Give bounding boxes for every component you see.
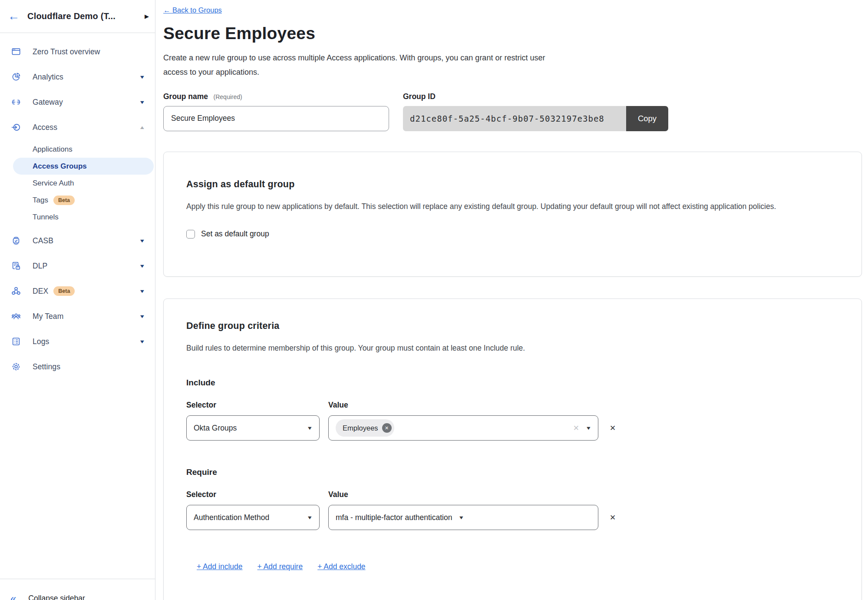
include-value-multiselect[interactable]: Employees ✕ ✕ ▼ xyxy=(328,415,598,441)
sidebar-item-analytics[interactable]: Analytics ▼ xyxy=(0,64,155,90)
sidebar-item-label: Tunnels xyxy=(33,213,59,222)
require-value-select[interactable]: mfa - multiple-factor authentication ▼ xyxy=(328,505,598,530)
group-form-row: Group name (Required) Group ID d21ce80f-… xyxy=(163,92,862,131)
pie-chart-icon xyxy=(11,72,21,82)
remove-require-rule-icon[interactable]: ✕ xyxy=(610,513,616,522)
default-group-checkbox-row[interactable]: Set as default group xyxy=(186,229,837,239)
clear-value-icon[interactable]: ✕ xyxy=(573,424,579,433)
group-id-value: d21ce80f-5a25-4bcf-9b07-5032197e3be8 xyxy=(403,106,626,131)
require-value-label: Value xyxy=(328,490,348,499)
browser-window-icon xyxy=(11,46,21,57)
sidebar-item-access[interactable]: Access ▲ xyxy=(0,115,155,140)
beta-badge: Beta xyxy=(53,196,75,205)
network-cluster-icon xyxy=(11,286,21,296)
include-value-label: Value xyxy=(328,401,348,410)
chevron-down-icon: ▼ xyxy=(459,515,465,520)
gateway-icon xyxy=(11,97,21,107)
chevron-down-icon[interactable]: ▼ xyxy=(139,314,145,319)
sidebar-item-applications[interactable]: Applications xyxy=(0,141,155,158)
include-selector-select[interactable]: Okta Groups ▼ xyxy=(186,415,320,441)
chevron-down-icon[interactable]: ▼ xyxy=(139,288,145,294)
remove-include-rule-icon[interactable]: ✕ xyxy=(610,424,616,433)
include-selector-label: Selector xyxy=(186,401,328,410)
include-heading: Include xyxy=(186,378,837,388)
group-name-label: Group name xyxy=(163,92,208,101)
tag-remove-icon[interactable]: ✕ xyxy=(382,423,392,433)
sidebar-item-dex[interactable]: DEX Beta ▼ xyxy=(0,278,155,304)
chevron-down-icon[interactable]: ▼ xyxy=(139,99,145,105)
sidebar-nav: Zero Trust overview Analytics ▼ Gateway xyxy=(0,33,155,379)
access-sub-list: Applications Access Groups Service Auth … xyxy=(0,140,155,228)
sidebar-item-label: Service Auth xyxy=(33,179,74,188)
beta-badge: Beta xyxy=(53,286,75,296)
sidebar-item-tags[interactable]: Tags Beta xyxy=(0,192,155,209)
group-name-block: Group name (Required) xyxy=(163,92,389,131)
require-heading: Require xyxy=(186,467,837,477)
chevron-down-icon[interactable]: ▼ xyxy=(139,74,145,80)
default-group-card-description: Apply this rule group to new application… xyxy=(186,200,807,213)
default-group-checkbox[interactable] xyxy=(186,230,195,239)
log-list-icon xyxy=(11,336,21,347)
add-require-link[interactable]: + Add require xyxy=(257,562,303,571)
sidebar-item-dlp[interactable]: DLP ▼ xyxy=(0,253,155,278)
criteria-card: Define group criteria Build rules to det… xyxy=(163,298,862,600)
group-name-input[interactable] xyxy=(163,106,389,131)
sidebar-item-label: Gateway xyxy=(33,98,63,107)
value-tag-label: Employees xyxy=(343,424,378,432)
criteria-card-title: Define group criteria xyxy=(186,321,837,331)
collapse-label: Collapse sidebar xyxy=(28,594,85,600)
main-content: ← Back to Groups Secure Employees Create… xyxy=(155,0,868,600)
chevron-down-icon[interactable]: ▼ xyxy=(139,238,145,243)
people-icon xyxy=(11,311,21,322)
chevron-down-icon[interactable]: ▼ xyxy=(139,263,145,269)
sidebar-item-label: Zero Trust overview xyxy=(33,47,100,56)
sidebar-item-label: Tags xyxy=(33,196,48,205)
group-id-label: Group ID xyxy=(403,92,668,101)
back-to-groups-link[interactable]: ← Back to Groups xyxy=(163,6,222,14)
sidebar-item-label: Logs xyxy=(33,337,49,346)
sidebar-item-label: DEX xyxy=(33,287,48,296)
collapse-sidebar-button[interactable]: « Collapse sidebar xyxy=(0,579,155,600)
gear-icon xyxy=(11,361,21,372)
copy-button[interactable]: Copy xyxy=(626,106,668,131)
page-description: Create a new rule group to use across mu… xyxy=(163,51,567,80)
require-selector-value: Authentication Method xyxy=(194,513,269,522)
sidebar-item-zero-trust-overview[interactable]: Zero Trust overview xyxy=(0,39,155,64)
add-include-link[interactable]: + Add include xyxy=(197,562,243,571)
require-rule-row: Authentication Method ▼ mfa - multiple-f… xyxy=(186,505,837,530)
default-group-checkbox-label: Set as default group xyxy=(201,229,269,239)
sidebar-item-tunnels[interactable]: Tunnels xyxy=(0,209,155,225)
value-tag: Employees ✕ xyxy=(336,419,394,437)
access-icon xyxy=(11,122,21,133)
document-lock-icon xyxy=(11,261,21,271)
required-hint: (Required) xyxy=(214,93,242,100)
require-selector-select[interactable]: Authentication Method ▼ xyxy=(186,505,320,530)
collapse-chevrons-icon: « xyxy=(10,593,16,600)
chevron-up-icon[interactable]: ▲ xyxy=(139,125,145,130)
sidebar-item-label: My Team xyxy=(33,312,63,321)
add-exclude-link[interactable]: + Add exclude xyxy=(317,562,365,571)
back-arrow-icon[interactable]: ← xyxy=(8,10,20,22)
sidebar-item-label: Applications xyxy=(33,145,73,154)
sidebar-item-label: CASB xyxy=(33,236,53,245)
sidebar-item-my-team[interactable]: My Team ▼ xyxy=(0,304,155,329)
sidebar-item-label: Access Groups xyxy=(33,162,87,171)
sidebar-item-label: Settings xyxy=(33,362,60,371)
sidebar-item-label: DLP xyxy=(33,262,47,271)
chevron-down-icon: ▼ xyxy=(307,515,313,520)
sidebar-item-service-auth[interactable]: Service Auth xyxy=(0,175,155,192)
account-expand-icon[interactable]: ▶ xyxy=(145,13,149,20)
sidebar-item-settings[interactable]: Settings xyxy=(0,354,155,379)
chevron-down-icon[interactable]: ▼ xyxy=(139,339,145,344)
group-id-block: Group ID d21ce80f-5a25-4bcf-9b07-5032197… xyxy=(403,92,668,131)
require-labels: Selector Value xyxy=(186,490,837,499)
criteria-card-description: Build rules to determine membership of t… xyxy=(186,342,807,355)
chevron-down-icon: ▼ xyxy=(307,425,313,431)
sidebar-item-gateway[interactable]: Gateway ▼ xyxy=(0,90,155,115)
sidebar-item-logs[interactable]: Logs ▼ xyxy=(0,329,155,354)
page-title: Secure Employees xyxy=(163,24,862,43)
sidebar-item-casb[interactable]: CASB ▼ xyxy=(0,228,155,253)
sidebar-item-access-groups[interactable]: Access Groups xyxy=(13,158,154,175)
add-rule-links: + Add include + Add require + Add exclud… xyxy=(186,562,837,571)
require-value: mfa - multiple-factor authentication xyxy=(336,513,452,522)
